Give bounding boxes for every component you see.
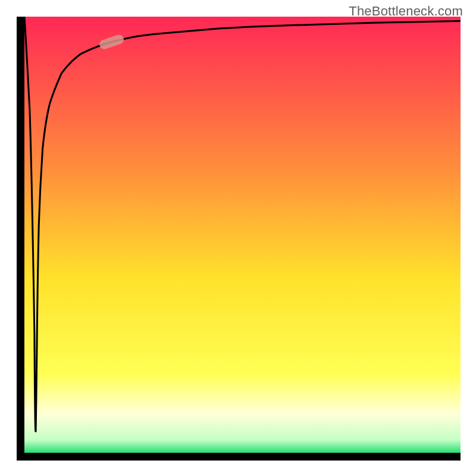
chart-svg — [17, 17, 461, 461]
x-axis — [17, 453, 461, 461]
gradient-background — [24, 17, 461, 453]
y-axis — [17, 17, 24, 461]
bottleneck-chart — [17, 17, 461, 461]
